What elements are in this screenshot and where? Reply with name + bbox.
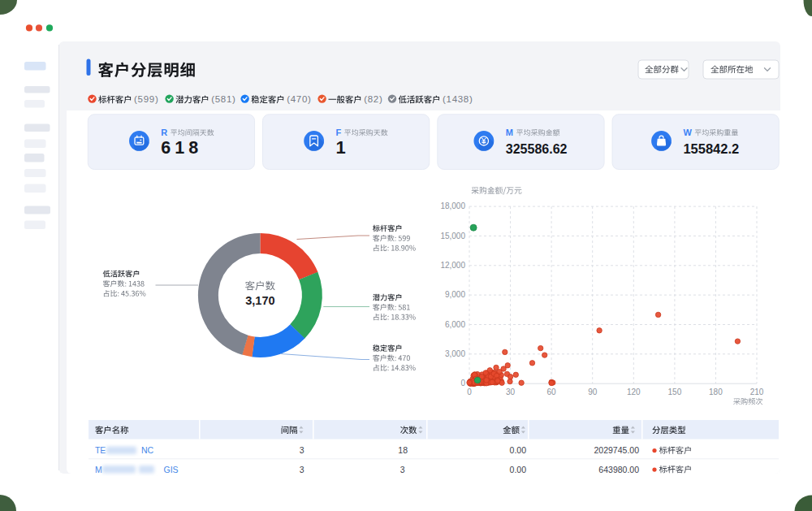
svg-text:3: 3 [300, 465, 304, 474]
svg-text:TE: TE [95, 445, 106, 455]
svg-text:3: 3 [300, 445, 304, 455]
svg-text:2029745.00: 2029745.00 [594, 445, 640, 455]
svg-text:325586.62: 325586.62 [506, 142, 568, 156]
svg-text:3,000: 3,000 [445, 349, 465, 358]
svg-text:M: M [95, 465, 102, 474]
svg-text:90: 90 [588, 388, 598, 396]
svg-text:1: 1 [336, 137, 346, 158]
svg-text:150: 150 [668, 388, 682, 396]
svg-text:(1438): (1438) [443, 94, 473, 104]
svg-text:(470): (470) [287, 94, 311, 104]
svg-text:M: M [506, 128, 513, 137]
svg-text:618: 618 [161, 138, 202, 158]
svg-text:(581): (581) [211, 94, 235, 104]
svg-text:(599): (599) [134, 94, 158, 104]
svg-text:NC: NC [141, 445, 154, 455]
svg-text:180: 180 [709, 388, 723, 396]
svg-text:120: 120 [627, 388, 641, 396]
svg-text:0.00: 0.00 [510, 465, 527, 474]
svg-text:0: 0 [467, 388, 472, 396]
svg-text:(82): (82) [364, 94, 382, 104]
svg-text:18,000: 18,000 [440, 201, 465, 210]
svg-text:12,000: 12,000 [440, 261, 465, 270]
svg-text:0: 0 [460, 379, 465, 388]
svg-text:GIS: GIS [164, 465, 179, 474]
svg-text:3,170: 3,170 [245, 294, 274, 307]
svg-text:643980.00: 643980.00 [598, 465, 639, 474]
svg-text:6,000: 6,000 [445, 320, 465, 329]
svg-text:R: R [161, 128, 167, 137]
svg-text:18: 18 [398, 445, 408, 455]
svg-text:210: 210 [750, 388, 764, 396]
svg-text:0.00: 0.00 [510, 445, 527, 455]
svg-text:F: F [336, 128, 342, 137]
svg-text:30: 30 [506, 388, 516, 396]
svg-text:60: 60 [547, 388, 557, 396]
svg-text:9,000: 9,000 [445, 290, 465, 299]
svg-text:15,000: 15,000 [440, 232, 465, 240]
svg-text:3: 3 [400, 465, 405, 474]
svg-text:W: W [683, 128, 692, 137]
svg-text:155842.2: 155842.2 [683, 141, 739, 156]
